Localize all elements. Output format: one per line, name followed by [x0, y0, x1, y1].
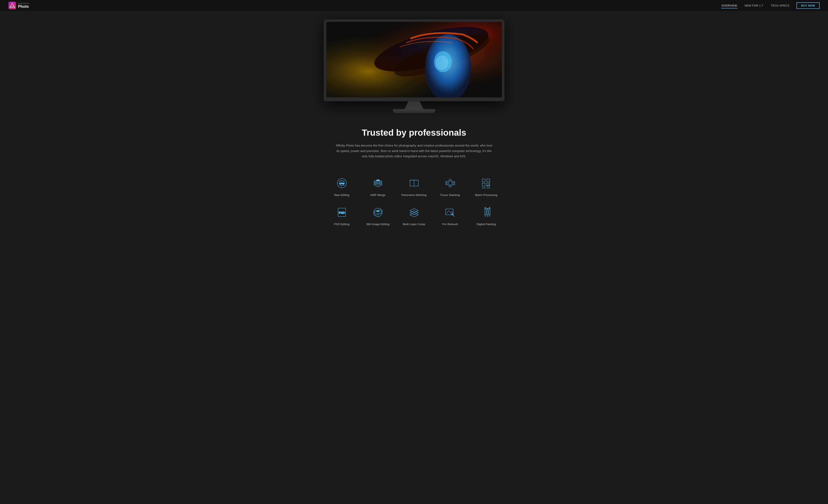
svg-marker-23 — [446, 179, 454, 187]
svg-rect-37 — [482, 187, 485, 188]
feature-multi-layer: Multi Layer Comp — [396, 201, 432, 230]
logo[interactable]: AFFINITY Photo — [8, 2, 30, 9]
trusted-description: Affinity Photo has become the first choi… — [334, 143, 494, 159]
affinity-logo-icon — [8, 2, 16, 9]
feature-raw-editing: RAW Raw Editing — [324, 172, 360, 201]
logo-photo-text: Photo — [18, 5, 30, 8]
svg-text:RAW: RAW — [339, 182, 344, 185]
panorama-label: Panorama Stitching — [402, 193, 426, 196]
hero-image — [326, 22, 502, 97]
buy-now-button[interactable]: BUY NOW — [796, 2, 820, 9]
svg-marker-19 — [374, 183, 382, 187]
digital-painting-label: Digital Painting — [477, 223, 496, 226]
feature-360-editing: 360 360 Image Editing — [360, 201, 396, 230]
hdr-merge-icon: HDR — [371, 176, 385, 190]
nav-tech-specs[interactable]: TECH SPECS — [771, 3, 790, 8]
navbar: AFFINITY Photo OVERVIEW NEW FOR 1.7 TECH… — [0, 0, 828, 11]
feature-hdr-merge: HDR HDR Merge — [360, 172, 396, 201]
360-editing-icon: 360 — [371, 205, 385, 220]
hdr-merge-label: HDR Merge — [370, 193, 385, 196]
features-grid: RAW Raw Editing HDR HDR Merge — [320, 172, 509, 230]
monitor-stand-assembly — [324, 101, 504, 113]
feature-psd-editing: PSD PSD Editing — [324, 201, 360, 230]
pro-retouch-label: Pro Retouch — [442, 223, 458, 226]
feature-panorama: Panorama Stitching — [396, 172, 432, 201]
svg-text:HDR: HDR — [376, 180, 379, 181]
panorama-icon — [407, 176, 421, 190]
svg-marker-20 — [374, 181, 382, 185]
svg-rect-54 — [487, 209, 488, 215]
multi-layer-label: Multi Layer Comp — [403, 223, 425, 226]
focus-stacking-icon — [443, 176, 458, 190]
feature-focus-stacking: Focus Stacking — [432, 172, 468, 201]
trusted-title: Trusted by professionals — [334, 128, 494, 138]
svg-rect-38 — [487, 187, 490, 188]
svg-marker-24 — [448, 181, 453, 186]
bottom-spacer — [0, 230, 828, 238]
trusted-section: Trusted by professionals Affinity Photo … — [330, 119, 498, 163]
360-editing-label: 360 Image Editing — [366, 223, 389, 226]
raw-editing-icon: RAW — [334, 176, 349, 190]
feature-batch-processing: Batch Processing — [468, 172, 504, 201]
monitor — [324, 19, 504, 113]
nav-new-for-17[interactable]: NEW FOR 1.7 — [744, 3, 764, 8]
monitor-neck — [405, 101, 423, 109]
feature-pro-retouch: Pro Retouch — [432, 201, 468, 230]
monitor-base — [393, 109, 435, 113]
svg-rect-60 — [489, 207, 490, 209]
svg-text:360: 360 — [376, 210, 379, 212]
nav-overview[interactable]: OVERVIEW — [721, 3, 738, 8]
monitor-screen — [326, 22, 502, 97]
monitor-body — [324, 19, 504, 101]
focus-stacking-label: Focus Stacking — [440, 193, 460, 196]
svg-rect-56 — [489, 208, 490, 215]
psd-editing-label: PSD Editing — [334, 223, 349, 226]
feature-digital-painting: Digital Painting — [468, 201, 504, 230]
svg-marker-57 — [489, 215, 490, 217]
svg-marker-55 — [487, 215, 488, 217]
svg-rect-33 — [482, 179, 485, 182]
monitor-bezel — [326, 97, 502, 101]
batch-processing-label: Batch Processing — [475, 193, 498, 196]
hero-section — [0, 11, 828, 119]
psd-editing-icon: PSD — [334, 205, 349, 220]
svg-rect-35 — [482, 183, 485, 186]
raw-editing-label: Raw Editing — [334, 193, 349, 196]
pro-retouch-icon — [443, 205, 458, 220]
svg-marker-53 — [485, 215, 486, 217]
multi-layer-icon — [407, 205, 421, 220]
svg-rect-34 — [487, 179, 490, 182]
digital-painting-icon — [479, 205, 494, 220]
svg-text:PSD: PSD — [339, 211, 345, 215]
svg-rect-52 — [485, 208, 486, 215]
svg-rect-58 — [485, 207, 486, 209]
svg-rect-59 — [487, 208, 488, 210]
nav-links: OVERVIEW NEW FOR 1.7 TECH SPECS BUY NOW — [721, 2, 820, 9]
batch-processing-icon — [479, 176, 494, 190]
svg-point-11 — [436, 55, 448, 70]
